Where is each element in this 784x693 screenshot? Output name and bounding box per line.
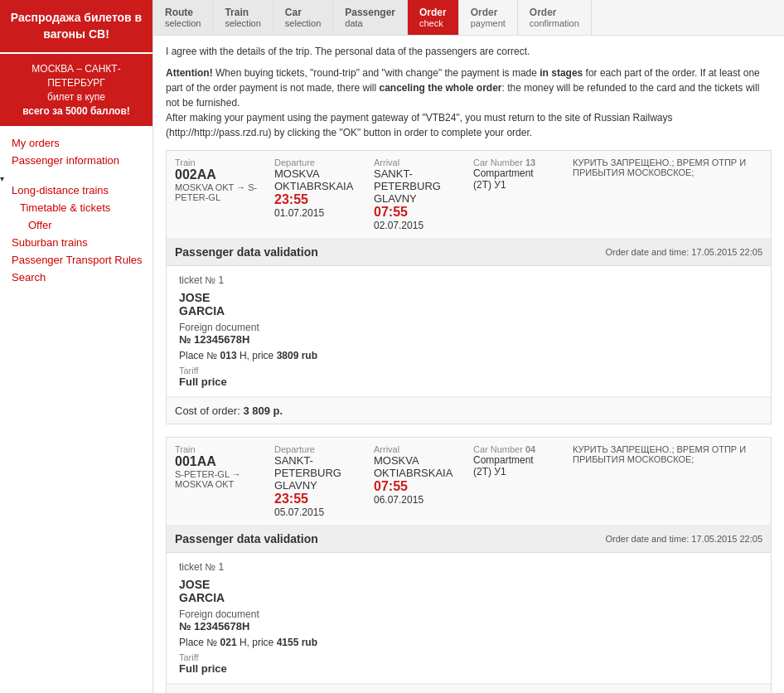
progress-step-car: Car selection bbox=[273, 0, 333, 35]
train-cell-car-2: Car Number 04 Compartment (2T) У1 bbox=[473, 444, 556, 477]
train-cell-rules-2: КУРИТЬ ЗАПРЕЩЕНО.; ВРЕМЯ ОТПР И ПРИБЫТИЯ… bbox=[573, 444, 762, 464]
passenger-block-1: ticket № 1 JOSE GARCIA Foreign document … bbox=[167, 266, 771, 397]
content-area: I agree with the details of the trip. Th… bbox=[153, 36, 784, 693]
sidebar-link-myorders[interactable]: My orders bbox=[0, 137, 152, 149]
sidebar-promo-bottom: МОСКВА – САНКТ-ПЕТЕРБУРГ билет в купе вс… bbox=[0, 54, 152, 126]
progress-step-orderpayment: Order payment bbox=[459, 0, 518, 35]
progress-step-route: Route selection bbox=[153, 0, 213, 35]
progress-step-ordercheck: Order check bbox=[408, 0, 459, 35]
train-cell-arrival-1: Arrival SANKT-PETERBURG GLAVNY 07:55 02.… bbox=[374, 158, 457, 231]
train-cell-car-1: Car Number 13 Compartment (2T) У1 bbox=[473, 158, 556, 191]
progress-bar: Route selection Train selection Car sele… bbox=[153, 0, 784, 36]
sidebar-item-longdistance[interactable]: Long-distance trains bbox=[0, 169, 152, 199]
main-content: Route selection Train selection Car sele… bbox=[153, 0, 784, 693]
train-cell-number-2: Train 001АА S-PETER-GL → MOSKVA OKT bbox=[175, 444, 258, 489]
sidebar-link-suburban[interactable]: Suburban trains bbox=[0, 236, 152, 249]
sidebar-item-search[interactable]: Search bbox=[0, 269, 152, 286]
sidebar-item-myorders[interactable]: My orders bbox=[0, 134, 152, 152]
train-info-row-1: Train 002АА MOSKVA OKT → S-PETER-GL Depa… bbox=[167, 151, 771, 239]
order-block-2: Train 001АА S-PETER-GL → MOSKVA OKT Depa… bbox=[166, 437, 772, 693]
sidebar-item-timetable[interactable]: Timetable & tickets bbox=[0, 199, 152, 216]
progress-step-train: Train selection bbox=[213, 0, 273, 35]
sidebar: Распродажа билетов в вагоны СВ! МОСКВА –… bbox=[0, 0, 153, 693]
sidebar-link-search[interactable]: Search bbox=[0, 271, 152, 284]
train-cell-departure-1: Departure MOSKVA OKTIABRSKAIA 23:55 01.0… bbox=[274, 158, 357, 219]
sidebar-link-longdistance[interactable]: Long-distance trains bbox=[0, 184, 152, 196]
order-block-1: Train 002АА MOSKVA OKT → S-PETER-GL Depa… bbox=[166, 150, 772, 424]
cost-row-1: Cost of order: 3 809 р. bbox=[167, 397, 771, 424]
validation-header-1: Passenger data validation Order date and… bbox=[167, 239, 771, 266]
sidebar-item-passenger[interactable]: Passenger information bbox=[0, 152, 152, 169]
train-cell-rules-1: КУРИТЬ ЗАПРЕЩЕНО.; ВРЕМЯ ОТПР И ПРИБЫТИЯ… bbox=[573, 158, 762, 177]
agree-text: I agree with the details of the trip. Th… bbox=[166, 46, 772, 57]
sidebar-item-transport-rules[interactable]: Passenger Transport Rules bbox=[0, 251, 152, 269]
sidebar-link-offer[interactable]: Offer bbox=[0, 219, 152, 231]
sidebar-link-transport-rules[interactable]: Passenger Transport Rules bbox=[0, 254, 152, 266]
sidebar-item-suburban[interactable]: Suburban trains bbox=[0, 234, 152, 251]
sidebar-item-offer[interactable]: Offer bbox=[0, 216, 152, 234]
progress-step-orderconfirmation: Order confirmation bbox=[518, 0, 592, 35]
sidebar-link-passenger[interactable]: Passenger information bbox=[0, 154, 152, 167]
sidebar-nav: My orders Passenger information Long-dis… bbox=[0, 126, 152, 294]
sidebar-link-timetable[interactable]: Timetable & tickets bbox=[0, 201, 152, 214]
passenger-block-2: ticket № 1 JOSE GARCIA Foreign document … bbox=[167, 553, 771, 684]
train-cell-arrival-2: Arrival MOSKVA OKTIABRSKAIA 07:55 06.07.… bbox=[374, 444, 457, 506]
validation-header-2: Passenger data validation Order date and… bbox=[167, 526, 771, 553]
train-cell-number-1: Train 002АА MOSKVA OKT → S-PETER-GL bbox=[175, 158, 258, 202]
sidebar-promo-top: Распродажа билетов в вагоны СВ! bbox=[0, 0, 152, 52]
progress-step-passenger: Passenger data bbox=[333, 0, 408, 35]
attention-block: Attention! When buying tickets, "round-t… bbox=[166, 65, 772, 140]
train-info-row-2: Train 001АА S-PETER-GL → MOSKVA OKT Depa… bbox=[167, 438, 771, 526]
cost-row-2: Cost of order: 4 155 р. bbox=[167, 684, 771, 693]
train-cell-departure-2: Departure SANKT-PETERBURG GLAVNY 23:55 0… bbox=[274, 444, 357, 518]
